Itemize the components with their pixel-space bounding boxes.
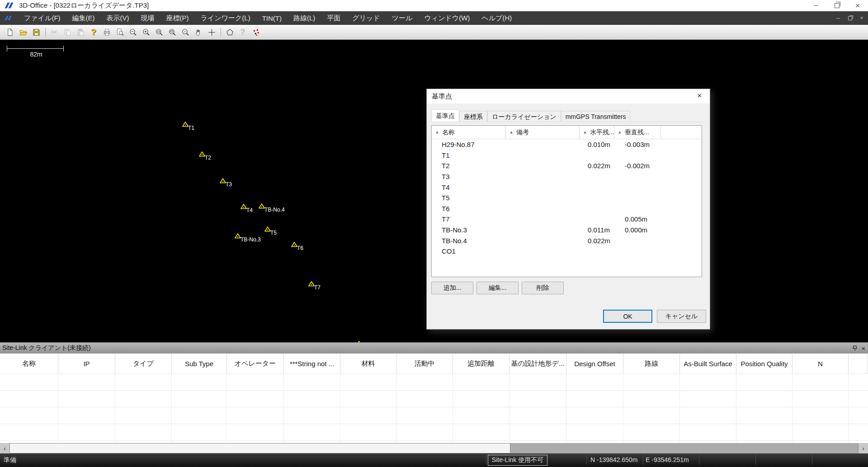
column-header-5[interactable] [661,126,702,139]
pin-icon[interactable] [852,345,858,351]
sort-ascending-icon: ▲ [583,130,587,134]
menu-item-5[interactable]: 座標(P) [160,11,195,25]
svg-text:∞: ∞ [184,29,186,33]
zoom-previous-icon[interactable] [166,26,179,38]
column-header-2[interactable]: ▲備考 [506,126,580,139]
survey-point-marker[interactable]: T6 [291,241,297,246]
help-icon[interactable]: ? [87,26,100,38]
menu-item-9[interactable]: 平面 [321,11,346,25]
restore-button[interactable] [826,0,847,11]
print-icon[interactable] [100,26,113,38]
menu-item-10[interactable]: グリッド [346,11,386,25]
survey-point-marker[interactable]: TB-No.4 [259,203,265,208]
scroll-left-button[interactable]: ‹ [0,443,10,453]
table-row[interactable]: T6 [432,203,702,214]
open-folder-icon[interactable] [17,26,29,38]
close-button[interactable]: × [847,0,868,11]
sitelink-column-header-3[interactable]: タイプ [115,354,172,374]
table-row[interactable]: T4 [432,182,702,193]
edit-button[interactable]: 編集... [476,282,519,294]
ok-button[interactable]: OK [603,310,652,323]
dialog-title-bar[interactable]: 基準点 × [427,89,710,104]
sitelink-column-header-13[interactable]: As-Built Surface [680,354,736,374]
menu-item-8[interactable]: 路線(L) [288,11,321,25]
cancel-button[interactable]: キャンセル [657,310,706,323]
pan-icon[interactable] [192,26,205,38]
sitelink-column-header-9[interactable]: 追加距離 [453,354,509,374]
table-row[interactable]: CO1 [432,246,702,257]
table-row[interactable]: H29-No.870.010m-0.003m [432,139,702,150]
scroll-right-button[interactable]: › [858,443,868,453]
status-divider [755,455,756,465]
scroll-right-icon: › [862,444,864,452]
sitelink-column-header-2[interactable]: IP [58,354,115,374]
menu-item-7[interactable]: TIN(T) [256,11,288,25]
control-points-dialog: 基準点 × 基準点座標系ローカライゼーションmmGPS Transmitters… [426,89,710,330]
survey-point-marker[interactable]: T1 [182,121,189,126]
polygon-icon[interactable] [223,26,236,38]
sitelink-column-header-10[interactable]: 基の設計地形デ... [509,354,566,374]
column-header-3[interactable]: ▲水平残... [580,126,614,139]
sitelink-column-header-6[interactable]: ***String not ... [284,354,340,374]
survey-point-marker[interactable]: T4 [241,203,247,208]
panel-close-icon[interactable]: × [862,345,865,352]
sitelink-column-header-11[interactable]: Design Offset [566,354,623,374]
survey-point-marker[interactable]: T7 [308,280,315,286]
mdi-close-button[interactable]: × [858,14,865,22]
table-row[interactable]: T5 [432,193,702,203]
tab-1[interactable]: 基準点 [431,109,459,122]
horizontal-scrollbar[interactable]: ‹ › [0,443,868,453]
table-row[interactable]: TB-No.40.022m [432,235,702,246]
point-label: TB-No.3 [241,236,261,243]
tab-3[interactable]: ローカライゼーション [487,111,561,122]
sitelink-column-header-15[interactable]: N [793,354,849,374]
sitelink-column-header-16[interactable] [849,354,868,374]
table-row[interactable]: T20.022m-0.002m [432,160,702,171]
menu-item-13[interactable]: ヘルプ(H) [476,11,518,25]
zoom-out-icon[interactable] [127,26,139,38]
menu-item-11[interactable]: ツール [386,11,419,25]
menu-item-6[interactable]: ラインワーク(L) [195,11,256,25]
sitelink-column-header-4[interactable]: Sub Type [172,354,227,374]
delete-button[interactable]: 削除 [522,282,564,294]
mdi-minimize-button[interactable] [835,14,842,22]
zoom-in-icon[interactable] [140,26,152,38]
survey-point-marker[interactable]: T3 [220,177,226,183]
sitelink-column-header-14[interactable]: Position Quality [736,354,793,374]
column-header-1[interactable]: ▲名称 [432,126,506,139]
menu-item-3[interactable]: 表示(V) [101,11,135,25]
column-header-4[interactable]: ▲垂直残... [614,126,661,139]
sitelink-column-header-1[interactable]: 名称 [0,354,58,374]
zoom-all-icon[interactable]: ∞ [179,26,192,38]
menu-item-12[interactable]: ウィンドウ(W) [418,11,476,25]
tab-4[interactable]: mmGPS Transmitters [561,111,631,122]
survey-point-marker[interactable]: T2 [199,151,205,156]
status-east-coordinate: E -93546.251m [646,456,689,463]
save-icon[interactable] [30,26,42,38]
mdi-restore-button[interactable] [846,14,854,22]
add-button[interactable]: 追加... [431,282,473,294]
menu-item-2[interactable]: 編集(E) [66,11,101,25]
sitelink-column-header-12[interactable]: 路線 [623,354,680,374]
survey-point-marker[interactable]: T5 [264,226,271,231]
crosshair-icon[interactable] [205,26,218,38]
survey-point-marker[interactable]: TB-No.3 [235,232,241,238]
scrollbar-thumb[interactable] [9,443,510,453]
table-row[interactable]: T3 [432,171,702,182]
sitelink-column-header-7[interactable]: 材料 [340,354,396,374]
table-row[interactable]: TB-No.30.011m0.000m [432,225,702,236]
sitelink-column-header-8[interactable]: 活動中 [396,354,453,374]
dialog-close-button[interactable]: × [689,89,710,103]
menu-item-4[interactable]: 現場 [135,11,160,25]
zoom-window-icon[interactable] [153,26,165,38]
localization-icon[interactable] [250,26,262,38]
menu-item-1[interactable]: ファイル(F) [18,11,66,25]
tab-2[interactable]: 座標系 [459,111,487,122]
new-document-icon[interactable] [4,26,16,38]
print-preview-icon[interactable] [113,26,126,38]
table-row[interactable]: T1 [432,150,702,161]
table-row[interactable]: T70.005m [432,214,702,225]
cell: T2 [432,162,506,170]
sitelink-column-header-5[interactable]: オペレーター [227,354,284,374]
minimize-button[interactable] [806,0,826,11]
